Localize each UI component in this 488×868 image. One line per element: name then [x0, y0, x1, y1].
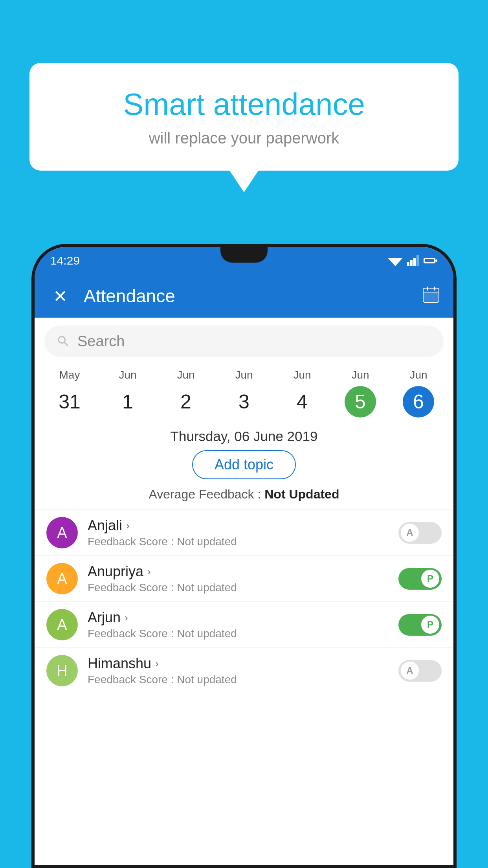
- chevron-right-icon: ›: [155, 658, 159, 670]
- cal-month-label: Jun: [235, 369, 253, 381]
- student-item[interactable]: HHimanshu›Feedback Score : Not updatedA: [35, 647, 453, 693]
- cal-day-number: 2: [170, 386, 202, 417]
- search-icon: [56, 334, 70, 348]
- cal-day-number: 3: [228, 386, 260, 417]
- phone-inner: 14:29: [35, 247, 453, 865]
- calendar-day[interactable]: Jun3: [215, 365, 273, 421]
- cal-month-label: Jun: [351, 369, 369, 381]
- avg-feedback-value: Not Updated: [264, 487, 339, 501]
- avatar: A: [46, 563, 78, 594]
- avatar: H: [46, 655, 78, 686]
- calendar-day[interactable]: May31: [40, 365, 99, 421]
- svg-rect-6: [416, 255, 419, 266]
- app-header: ✕ Attendance: [35, 274, 453, 318]
- avg-feedback-label: Average Feedback :: [149, 487, 261, 501]
- bubble-subtitle: will replace your paperwork: [49, 129, 439, 147]
- battery-icon: [424, 257, 438, 265]
- add-topic-button[interactable]: Add topic: [192, 450, 296, 479]
- phone-frame: 14:29: [31, 244, 457, 868]
- feedback-score: Feedback Score : Not updated: [88, 581, 398, 594]
- chevron-right-icon: ›: [147, 566, 151, 578]
- feedback-score: Feedback Score : Not updated: [88, 673, 398, 686]
- calendar-day[interactable]: Jun4: [273, 365, 331, 421]
- svg-rect-9: [425, 259, 434, 262]
- app-content: Search May31Jun1Jun2Jun3Jun4Jun5Jun6 Thu…: [35, 318, 453, 865]
- student-info: Anjali›Feedback Score : Not updated: [88, 517, 398, 548]
- cal-month-label: Jun: [409, 369, 427, 381]
- svg-rect-11: [424, 292, 438, 302]
- avatar: A: [46, 609, 78, 640]
- student-item[interactable]: AArjun›Feedback Score : Not updatedP: [35, 601, 453, 647]
- speech-bubble: Smart attendance will replace your paper…: [29, 63, 459, 171]
- search-placeholder: Search: [77, 333, 125, 350]
- student-item[interactable]: AAnjali›Feedback Score : Not updatedA: [35, 509, 453, 555]
- signal-icon: [407, 255, 419, 266]
- svg-rect-3: [407, 262, 409, 266]
- toggle-knob: A: [401, 662, 419, 680]
- status-bar: 14:29: [35, 247, 453, 274]
- cal-month-label: Jun: [293, 369, 311, 381]
- close-button[interactable]: ✕: [48, 286, 72, 306]
- avatar: A: [46, 517, 78, 548]
- cal-day-number: 6: [403, 386, 434, 417]
- student-name: Arjun›: [88, 609, 398, 626]
- student-info: Anupriya›Feedback Score : Not updated: [88, 563, 398, 594]
- student-item[interactable]: AAnupriya›Feedback Score : Not updatedP: [35, 555, 453, 601]
- svg-rect-4: [410, 260, 413, 266]
- bubble-title: Smart attendance: [49, 86, 439, 122]
- status-time: 14:29: [50, 254, 80, 267]
- status-icons: [388, 255, 438, 266]
- cal-month-label: Jun: [119, 369, 136, 381]
- toggle-knob: A: [401, 524, 419, 542]
- cal-day-number: 4: [286, 386, 318, 417]
- svg-rect-8: [435, 259, 437, 262]
- chevron-right-icon: ›: [126, 520, 130, 532]
- cal-day-number: 31: [54, 386, 85, 417]
- student-info: Himanshu›Feedback Score : Not updated: [88, 655, 398, 686]
- calendar-day[interactable]: Jun5: [331, 365, 389, 421]
- toggle-knob: P: [421, 570, 439, 588]
- calendar-day[interactable]: Jun1: [99, 365, 157, 421]
- cal-day-number: 1: [112, 386, 143, 417]
- calendar-day[interactable]: Jun2: [157, 365, 215, 421]
- calendar-icon[interactable]: [422, 286, 440, 307]
- wifi-icon: [388, 255, 402, 266]
- chevron-right-icon: ›: [125, 612, 128, 624]
- attendance-toggle[interactable]: A: [398, 522, 442, 544]
- selected-date: Thursday, 06 June 2019: [35, 428, 453, 444]
- toggle-knob: P: [421, 616, 439, 634]
- svg-rect-5: [413, 258, 416, 266]
- student-info: Arjun›Feedback Score : Not updated: [88, 609, 398, 640]
- feedback-score: Feedback Score : Not updated: [88, 535, 398, 548]
- svg-rect-13: [427, 287, 428, 291]
- cal-day-number: 5: [345, 386, 376, 417]
- student-name: Anjali›: [88, 517, 398, 534]
- calendar-row: May31Jun1Jun2Jun3Jun4Jun5Jun6: [35, 365, 453, 421]
- student-list: AAnjali›Feedback Score : Not updatedAAAn…: [35, 509, 453, 693]
- cal-month-label: Jun: [177, 369, 194, 381]
- attendance-toggle[interactable]: P: [398, 614, 442, 636]
- feedback-score: Feedback Score : Not updated: [88, 627, 398, 640]
- avg-feedback: Average Feedback : Not Updated: [35, 487, 453, 502]
- cal-month-label: May: [59, 369, 80, 381]
- search-bar[interactable]: Search: [44, 326, 444, 357]
- header-title: Attendance: [84, 285, 411, 307]
- phone-screen: 14:29: [35, 247, 453, 865]
- svg-rect-14: [434, 287, 435, 291]
- attendance-toggle[interactable]: A: [398, 660, 442, 682]
- attendance-toggle[interactable]: P: [398, 568, 442, 590]
- student-name: Himanshu›: [88, 655, 398, 672]
- student-name: Anupriya›: [88, 563, 398, 580]
- calendar-day[interactable]: Jun6: [389, 365, 448, 421]
